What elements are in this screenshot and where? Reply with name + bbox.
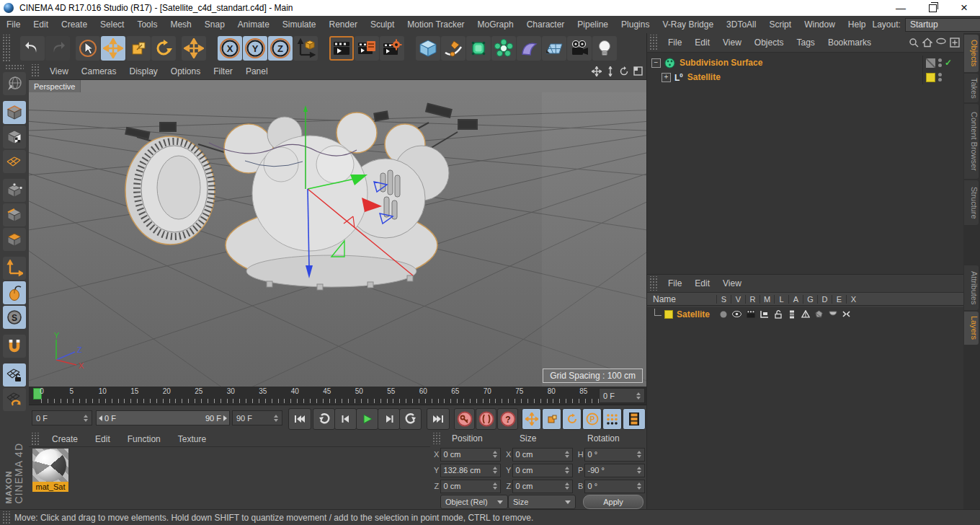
- add-cube-button[interactable]: [416, 36, 440, 61]
- mode-toolbar-grip[interactable]: [5, 64, 24, 70]
- mat-menu-texture[interactable]: Texture: [169, 434, 215, 444]
- lm-menu-file[interactable]: File: [662, 278, 688, 288]
- menu-vray-bridge[interactable]: V-Ray Bridge: [656, 19, 720, 30]
- object-row-satellite[interactable]: + L0 Satellite: [647, 70, 964, 84]
- timeline-mode-button[interactable]: [623, 408, 646, 430]
- menu-file[interactable]: File: [0, 19, 27, 30]
- menu-pipeline[interactable]: Pipeline: [571, 19, 615, 30]
- sds-weight-tag-icon[interactable]: [926, 58, 935, 68]
- layer-visible-toggle[interactable]: [730, 311, 744, 317]
- texture-tag-icon[interactable]: [926, 73, 935, 82]
- rot-h-field[interactable]: 0 °: [584, 448, 645, 462]
- layer-color-swatch[interactable]: [664, 310, 673, 319]
- polygons-mode-button[interactable]: [3, 228, 26, 251]
- toolbar-grip[interactable]: [1, 35, 12, 61]
- lock-workplane-button[interactable]: [3, 363, 26, 387]
- lock-y-axis-button[interactable]: Y: [243, 36, 267, 61]
- play-button[interactable]: [356, 408, 378, 430]
- coordinate-system-button[interactable]: [293, 36, 318, 61]
- key-pla-toggle[interactable]: [602, 408, 622, 430]
- align-workplane-button[interactable]: [3, 388, 26, 411]
- camera-button[interactable]: [567, 36, 592, 61]
- new-panel-icon[interactable]: [950, 38, 960, 48]
- snap-settings-button[interactable]: [3, 335, 26, 358]
- layer-row-satellite[interactable]: Satellite: [647, 307, 964, 321]
- redo-button[interactable]: [45, 36, 70, 61]
- material-grip[interactable]: [30, 433, 40, 445]
- restore-button[interactable]: [917, 0, 948, 16]
- layer-solo-toggle[interactable]: [716, 311, 730, 318]
- layer-deformers-toggle[interactable]: [812, 310, 826, 318]
- environment-floor-button[interactable]: [542, 36, 566, 61]
- zoom-view-button[interactable]: [605, 66, 616, 77]
- menu-sculpt[interactable]: Sculpt: [364, 19, 401, 30]
- points-mode-button[interactable]: [3, 179, 26, 202]
- render-picture-viewer-button[interactable]: [355, 36, 379, 61]
- next-frame-button[interactable]: [378, 408, 400, 430]
- minimize-button[interactable]: —: [885, 0, 917, 16]
- goto-start-button[interactable]: [288, 408, 311, 430]
- tab-objects[interactable]: Objects: [964, 35, 979, 72]
- current-frame-field[interactable]: 0 F: [599, 388, 645, 403]
- om-menu-tags[interactable]: Tags: [790, 38, 821, 48]
- viewport-grip[interactable]: [30, 64, 40, 78]
- expand-icon[interactable]: +: [662, 73, 671, 82]
- timeline-ruler[interactable]: 05 1015 2025 3035 4045 5055 6065 7075 80…: [29, 387, 646, 405]
- render-settings-button[interactable]: [380, 36, 404, 61]
- lock-z-axis-button[interactable]: Z: [268, 36, 293, 61]
- tweak-mode-button[interactable]: [3, 281, 26, 304]
- subdivision-surface-button[interactable]: [466, 36, 491, 61]
- model-mode-button[interactable]: [3, 101, 26, 124]
- workplane-mode-button[interactable]: [3, 150, 26, 173]
- spinner-icon[interactable]: [84, 415, 88, 422]
- key-rotation-toggle[interactable]: [562, 408, 582, 430]
- vp-menu-panel[interactable]: Panel: [239, 66, 275, 76]
- mat-menu-create[interactable]: Create: [43, 434, 86, 444]
- goto-end-button[interactable]: [427, 408, 450, 430]
- menu-create[interactable]: Create: [55, 19, 94, 30]
- mograph-cloner-button[interactable]: [491, 36, 516, 61]
- collapse-icon[interactable]: −: [651, 58, 661, 68]
- prev-frame-button[interactable]: [334, 408, 357, 430]
- size-z-field[interactable]: 0 cm: [512, 480, 573, 493]
- render-view-button[interactable]: [329, 36, 354, 61]
- make-editable-button[interactable]: [3, 72, 26, 95]
- om-menu-file[interactable]: File: [662, 38, 688, 48]
- pos-z-field[interactable]: 0 cm: [440, 480, 501, 493]
- lock-x-axis-button[interactable]: X: [218, 36, 242, 61]
- object-name[interactable]: Satellite: [687, 72, 721, 82]
- texture-mode-button[interactable]: [3, 125, 26, 149]
- viewport-canvas[interactable]: Y Z X Grid Spacing : 100 cm: [29, 92, 646, 387]
- close-button[interactable]: ×: [948, 0, 980, 16]
- menu-character[interactable]: Character: [520, 19, 571, 30]
- frame-range-slider[interactable]: 0 F 90 F: [96, 410, 230, 425]
- vp-menu-cameras[interactable]: Cameras: [75, 66, 123, 76]
- tab-takes[interactable]: Takes: [964, 74, 979, 102]
- edges-mode-button[interactable]: [3, 203, 26, 226]
- rotate-view-button[interactable]: [618, 66, 630, 77]
- om-menu-view[interactable]: View: [716, 38, 748, 48]
- axis-mode-button[interactable]: [3, 257, 26, 280]
- key-position-toggle[interactable]: [522, 408, 541, 430]
- range-left-arrow-icon[interactable]: [99, 415, 102, 421]
- spinner-icon[interactable]: [274, 415, 278, 422]
- enable-snap-button[interactable]: S: [3, 306, 26, 329]
- range-right-arrow-icon[interactable]: [223, 415, 227, 421]
- size-mode-dropdown[interactable]: Size: [508, 495, 576, 509]
- enabled-check-icon[interactable]: ✓: [945, 58, 952, 68]
- apply-button[interactable]: Apply: [583, 495, 643, 509]
- menu-3dtoall[interactable]: 3DToAll: [720, 19, 762, 30]
- material-name[interactable]: mat_Sat: [32, 482, 68, 492]
- start-frame-field[interactable]: 0 F: [32, 410, 92, 425]
- search-icon[interactable]: [909, 38, 919, 48]
- tab-content-browser[interactable]: Content Browser: [964, 104, 979, 179]
- layer-xref-toggle[interactable]: [839, 310, 853, 318]
- om-menu-bookmarks[interactable]: Bookmarks: [821, 38, 878, 48]
- layer-manager-toggle[interactable]: [757, 310, 771, 318]
- tab-structure[interactable]: Structure: [964, 180, 979, 225]
- size-x-field[interactable]: 0 cm: [512, 448, 573, 462]
- om-menu-edit[interactable]: Edit: [688, 38, 716, 48]
- menu-animate[interactable]: Animate: [231, 19, 276, 30]
- layer-render-toggle[interactable]: [744, 310, 757, 318]
- live-selection-button[interactable]: [76, 36, 100, 61]
